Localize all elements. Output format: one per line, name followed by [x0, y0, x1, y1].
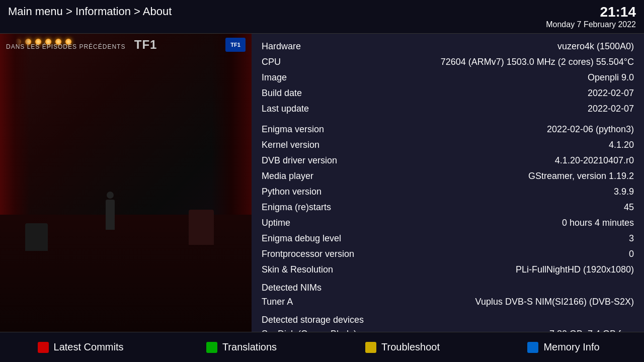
figure-left	[25, 223, 48, 251]
label-lastupdate: Last update	[262, 102, 309, 116]
info-row-enigmaversion: Enigma version 2022-02-06 (python3)	[262, 122, 634, 137]
info-row-mediaplayer: Media player GStreamer, version 1.19.2	[262, 168, 634, 184]
toolbar-label-translations: Translations	[222, 341, 277, 353]
info-row-pythonversion: Python version 3.9.9	[262, 184, 634, 200]
info-row-lastupdate: Last update 2022-02-07	[262, 101, 634, 117]
breadcrumb: Main menu > Information > About	[8, 4, 172, 20]
label-enigmaversion: Enigma version	[262, 123, 324, 136]
blue-button	[527, 342, 538, 353]
label-debuglevel: Enigma debug level	[262, 232, 341, 245]
info-row-skinresolution: Skin & Resolution PLi-FullNightHD (1920x…	[262, 262, 634, 278]
figure-right	[189, 210, 214, 245]
figure-center	[106, 200, 115, 230]
nims-header: Detected NIMs	[262, 283, 634, 293]
value-hardware: vuzero4k (1500A0)	[557, 40, 634, 53]
main-content: DANS LES ÉPISODES PRÉCÉDENTS TF1 TF1 Har…	[0, 34, 644, 335]
value-builddate: 2022-02-07	[588, 86, 634, 100]
channel-logo: TF1	[225, 38, 246, 52]
value-image: Openpli 9.0	[588, 71, 634, 84]
green-button	[206, 342, 217, 353]
value-enigmaversion: 2022-02-06 (python3)	[547, 123, 634, 136]
value-lastupdate: 2022-02-07	[588, 102, 634, 116]
toolbar-label-latest-commits: Latest Commits	[54, 341, 124, 353]
label-kernelversion: Kernel version	[262, 138, 319, 152]
value-cpu: 72604 (ARMv7) 1503.0 MHz (2 cores) 55.50…	[441, 55, 634, 69]
value-skinresolution: PLi-FullNightHD (1920x1080)	[516, 263, 634, 277]
info-row-debuglevel: Enigma debug level 3	[262, 231, 634, 246]
red-button	[38, 342, 49, 353]
label-cpu: CPU	[262, 55, 281, 69]
info-row-builddate: Build date 2022-02-07	[262, 85, 634, 101]
yellow-button	[365, 342, 376, 353]
label-tunera: Tuner A	[262, 295, 293, 309]
info-row-kernelversion: Kernel version 4.1.20	[262, 137, 634, 153]
label-pythonversion: Python version	[262, 185, 321, 199]
label-mediaplayer: Media player	[262, 169, 313, 183]
info-row-tunera: Tuner A Vuplus DVB-S NIM(SI2166) (DVB-S2…	[262, 294, 634, 310]
value-frontprocessor: 0	[629, 247, 634, 261]
video-preview: DANS LES ÉPISODES PRÉCÉDENTS TF1 TF1	[0, 34, 252, 335]
info-row-cpu: CPU 72604 (ARMv7) 1503.0 MHz (2 cores) 5…	[262, 54, 634, 70]
label-hardware: Hardware	[262, 40, 301, 53]
time-display: 21:14	[546, 4, 636, 20]
date-display: Monday 7 February 2022	[546, 20, 636, 29]
value-mediaplayer: GStreamer, version 1.19.2	[528, 169, 634, 183]
toolbar-latest-commits[interactable]: Latest Commits	[0, 332, 161, 362]
channel-name: TF1	[134, 38, 157, 51]
datetime: 21:14 Monday 7 February 2022	[546, 4, 636, 29]
label-image: Image	[262, 71, 287, 84]
value-pythonversion: 3.9.9	[614, 185, 634, 199]
toolbar-troubleshoot[interactable]: Troubleshoot	[322, 332, 483, 362]
channel-overlay: DANS LES ÉPISODES PRÉCÉDENTS TF1	[6, 38, 157, 52]
label-uptime: Uptime	[262, 216, 290, 230]
info-row-frontprocessor: Frontprocessor version 0	[262, 246, 634, 262]
value-debuglevel: 3	[629, 232, 634, 245]
toolbar-label-memory-info: Memory Info	[543, 341, 599, 353]
toolbar-memory-info[interactable]: Memory Info	[483, 332, 644, 362]
info-row-uptime: Uptime 0 hours 4 minutes	[262, 215, 634, 231]
channel-text: DANS LES ÉPISODES PRÉCÉDENTS	[6, 43, 125, 50]
info-panel: Hardware vuzero4k (1500A0) CPU 72604 (AR…	[252, 34, 644, 335]
header: Main menu > Information > About 21:14 Mo…	[0, 0, 644, 34]
hardware-section: Hardware vuzero4k (1500A0) CPU 72604 (AR…	[262, 39, 634, 117]
value-tunera: Vuplus DVB-S NIM(SI2166) (DVB-S2X)	[475, 295, 634, 309]
value-uptime: 0 hours 4 minutes	[562, 216, 634, 230]
label-skinresolution: Skin & Resolution	[262, 263, 333, 277]
nims-section: Detected NIMs Tuner A Vuplus DVB-S NIM(S…	[262, 283, 634, 310]
video-thumbnail: DANS LES ÉPISODES PRÉCÉDENTS TF1 TF1	[0, 34, 252, 335]
bottom-toolbar: Latest Commits Translations Troubleshoot…	[0, 332, 644, 362]
label-frontprocessor: Frontprocessor version	[262, 247, 354, 261]
label-builddate: Build date	[262, 86, 302, 100]
info-row-hardware: Hardware vuzero4k (1500A0)	[262, 39, 634, 54]
label-dvbdriver: DVB driver version	[262, 154, 337, 167]
info-row-dvbdriver: DVB driver version 4.1.20-20210407.r0	[262, 153, 634, 168]
enigma-section: Enigma version 2022-02-06 (python3) Kern…	[262, 122, 634, 278]
info-row-enigmarestarts: Enigma (re)starts 45	[262, 200, 634, 215]
label-enigmarestarts: Enigma (re)starts	[262, 201, 331, 214]
value-dvbdriver: 4.1.20-20210407.r0	[555, 154, 634, 167]
storage-header: Detected storage devices	[262, 315, 634, 325]
stage-scene	[0, 34, 252, 335]
value-enigmarestarts: 45	[624, 201, 634, 214]
info-row-image: Image Openpli 9.0	[262, 70, 634, 85]
toolbar-label-troubleshoot: Troubleshoot	[381, 341, 440, 353]
value-kernelversion: 4.1.20	[609, 138, 634, 152]
toolbar-translations[interactable]: Translations	[161, 332, 322, 362]
